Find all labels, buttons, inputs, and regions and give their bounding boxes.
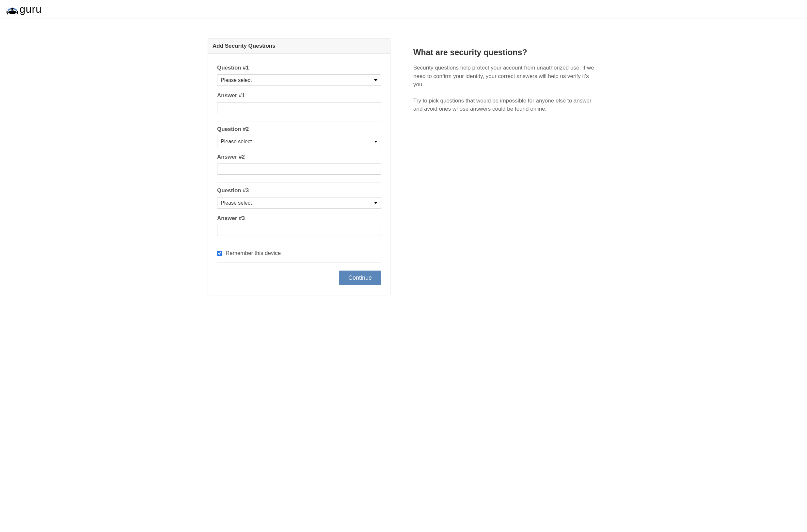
answer-2-input[interactable] xyxy=(217,164,381,175)
panel-title: Add Security Questions xyxy=(208,39,390,54)
svg-point-0 xyxy=(12,7,14,10)
main-container: Add Security Questions Question #1 Pleas… xyxy=(201,19,606,315)
answer-1-input[interactable] xyxy=(217,102,381,113)
remember-device-label: Remember this device xyxy=(226,250,281,256)
continue-button[interactable]: Continue xyxy=(339,270,381,285)
page-header: guru xyxy=(0,0,807,19)
answer-1-label: Answer #1 xyxy=(217,92,381,99)
security-questions-panel: Add Security Questions Question #1 Pleas… xyxy=(208,39,391,296)
question-2-select[interactable]: Please select xyxy=(217,136,381,147)
info-panel: What are security questions? Security qu… xyxy=(413,39,599,296)
question-3-label: Question #3 xyxy=(217,187,381,194)
logo-icon xyxy=(6,4,19,15)
remember-device-section: Remember this device xyxy=(217,244,381,262)
info-paragraph-2: Try to pick questions that would be impo… xyxy=(413,97,599,113)
answer-2-label: Answer #2 xyxy=(217,154,381,160)
panel-body: Question #1 Please select Answer #1 Ques… xyxy=(208,54,390,295)
info-title: What are security questions? xyxy=(413,48,599,57)
question-group-2: Question #2 Please select Answer #2 xyxy=(217,121,381,179)
logo-text: guru xyxy=(20,3,42,15)
button-section: Continue xyxy=(217,262,381,285)
remember-device-checkbox[interactable] xyxy=(217,251,222,256)
question-1-select[interactable]: Please select xyxy=(217,74,381,86)
info-paragraph-1: Security questions help protect your acc… xyxy=(413,64,599,89)
question-group-1: Question #1 Please select Answer #1 xyxy=(217,60,381,118)
question-3-select[interactable]: Please select xyxy=(217,197,381,209)
answer-3-label: Answer #3 xyxy=(217,215,381,222)
answer-3-input[interactable] xyxy=(217,225,381,236)
brand-logo[interactable]: guru xyxy=(6,3,801,15)
question-1-label: Question #1 xyxy=(217,64,381,71)
question-group-3: Question #3 Please select Answer #3 xyxy=(217,183,381,241)
question-2-label: Question #2 xyxy=(217,126,381,133)
